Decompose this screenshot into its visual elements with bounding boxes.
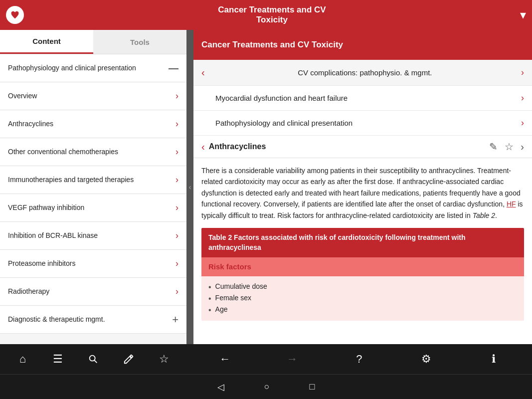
tab-bar: Content Tools bbox=[0, 30, 186, 54]
table-row: • Age bbox=[208, 304, 517, 316]
chevron-right-icon: › bbox=[176, 286, 178, 297]
nav-item-pathophysiology[interactable]: Pathophysiology and clinical presentatio… bbox=[0, 54, 186, 82]
right-nav-myocardial[interactable]: Myocardial dysfunction and heart failure… bbox=[193, 86, 532, 111]
anthracyclines-back-icon[interactable]: ‹ bbox=[201, 141, 205, 153]
left-nav-list: Pathophysiology and clinical presentatio… bbox=[0, 54, 186, 344]
android-home-button[interactable]: ○ bbox=[264, 382, 270, 392]
chevron-right-icon: › bbox=[176, 258, 178, 269]
anthracyclines-title: Anthracyclines bbox=[209, 142, 490, 151]
content-scroll-area[interactable]: There is a considerable variability amon… bbox=[193, 158, 532, 344]
nav-item-immunotherapies[interactable]: Immunotherapies and targeted therapies › bbox=[0, 166, 186, 194]
chevron-right-icon: › bbox=[521, 67, 524, 78]
plus-icon: + bbox=[172, 313, 178, 326]
anthracyclines-actions: ✎ ☆ › bbox=[489, 141, 524, 153]
nav-item-other-chemo[interactable]: Other conventional chemotherapies › bbox=[0, 138, 186, 166]
list-button[interactable]: ☰ bbox=[48, 349, 68, 369]
header-chevron-icon[interactable]: ▾ bbox=[520, 8, 526, 22]
android-recents-button[interactable]: □ bbox=[310, 382, 315, 392]
panel-divider[interactable]: ‹ bbox=[186, 30, 193, 344]
info-button[interactable]: ℹ bbox=[484, 349, 504, 369]
android-nav-bar: ◁ ○ □ bbox=[0, 374, 532, 399]
svg-point-0 bbox=[90, 356, 95, 361]
nav-item-overview[interactable]: Overview › bbox=[0, 82, 186, 110]
right-header: Cancer Treatments and CV Toxicity bbox=[193, 30, 532, 60]
anthracyclines-row: ‹ Anthracyclines ✎ ☆ › bbox=[193, 136, 532, 158]
bullet-icon: • bbox=[208, 306, 211, 315]
main-container: Content Tools Pathophysiology and clinic… bbox=[0, 30, 532, 344]
chevron-right-icon: › bbox=[176, 119, 178, 129]
nav-item-anthracyclines[interactable]: Anthracyclines › bbox=[0, 110, 186, 138]
search-button[interactable] bbox=[83, 349, 103, 369]
risk-factors-table: Table 2 Factors associated with risk of … bbox=[201, 228, 524, 321]
bullet-icon: • bbox=[208, 294, 211, 303]
tab-tools[interactable]: Tools bbox=[93, 30, 186, 54]
divider-arrow-icon: ‹ bbox=[189, 183, 191, 191]
edit-icon[interactable]: ✎ bbox=[489, 141, 498, 153]
table-row: • Cumulative dose bbox=[208, 281, 517, 293]
settings-button[interactable]: ⚙ bbox=[416, 349, 436, 369]
right-nav-pathophysiology[interactable]: Pathophysiology and clinical presentatio… bbox=[193, 111, 532, 136]
right-header-title: Cancer Treatments and CV Toxicity bbox=[201, 40, 343, 50]
back-button[interactable]: ← bbox=[215, 349, 235, 369]
chevron-right-icon: › bbox=[176, 147, 178, 157]
nav-item-proteasome[interactable]: Proteasome inhibitors › bbox=[0, 250, 186, 278]
nav-item-radiotherapy[interactable]: Radiotherapy › bbox=[0, 278, 186, 306]
edit-button[interactable] bbox=[119, 349, 139, 369]
left-panel: Content Tools Pathophysiology and clinic… bbox=[0, 30, 186, 344]
help-button[interactable]: ? bbox=[349, 349, 369, 369]
tab-content[interactable]: Content bbox=[0, 30, 93, 54]
chevron-right-icon: › bbox=[521, 93, 524, 103]
chevron-right-icon: › bbox=[176, 91, 178, 101]
chevron-right-icon: › bbox=[176, 202, 178, 213]
app-header: Cancer Treatments and CVToxicity ▾ bbox=[0, 0, 532, 30]
hf-link[interactable]: HF bbox=[507, 200, 516, 208]
chevron-right-icon[interactable]: › bbox=[521, 141, 524, 153]
nav-item-diagnostic[interactable]: Diagnostic & therapeutic mgmt. + bbox=[0, 306, 186, 334]
home-button[interactable]: ⌂ bbox=[12, 349, 32, 369]
toolbar-right: ← → ? ⚙ ℹ bbox=[186, 349, 532, 369]
toolbar-left: ⌂ ☰ ☆ bbox=[0, 349, 186, 369]
table-header: Table 2 Factors associated with risk of … bbox=[201, 228, 524, 257]
bullet-icon: • bbox=[208, 283, 211, 292]
star-button[interactable]: ☆ bbox=[154, 349, 174, 369]
forward-button[interactable]: → bbox=[282, 349, 302, 369]
chevron-right-icon: › bbox=[176, 175, 178, 185]
bottom-toolbar: ⌂ ☰ ☆ ← → ? ⚙ ℹ bbox=[0, 344, 532, 374]
android-back-button[interactable]: ◁ bbox=[217, 382, 224, 393]
table-row: • Female sex bbox=[208, 293, 517, 304]
star-icon[interactable]: ☆ bbox=[505, 141, 514, 153]
right-panel: Cancer Treatments and CV Toxicity ‹ CV c… bbox=[193, 30, 532, 344]
table-section-header: Risk factors bbox=[201, 257, 524, 276]
minus-icon: — bbox=[169, 62, 178, 74]
content-paragraph: There is a considerable variability amon… bbox=[201, 165, 524, 221]
table-reference: Table 2 bbox=[473, 211, 495, 219]
nav-item-bcr-abl[interactable]: Inhibition of BCR-ABL kinase › bbox=[0, 222, 186, 250]
right-nav-cv-complications[interactable]: ‹ CV complications: pathophysio. & mgmt.… bbox=[193, 60, 532, 86]
chevron-right-icon: › bbox=[176, 230, 178, 241]
svg-line-1 bbox=[94, 360, 97, 363]
app-title: Cancer Treatments and CVToxicity bbox=[29, 5, 515, 25]
app-logo bbox=[6, 6, 24, 24]
chevron-right-icon: › bbox=[521, 118, 524, 128]
table-body: • Cumulative dose • Female sex • Age bbox=[201, 276, 524, 321]
nav-item-vegf[interactable]: VEGF pathway inhibition › bbox=[0, 194, 186, 222]
back-chevron-icon: ‹ bbox=[201, 67, 205, 78]
